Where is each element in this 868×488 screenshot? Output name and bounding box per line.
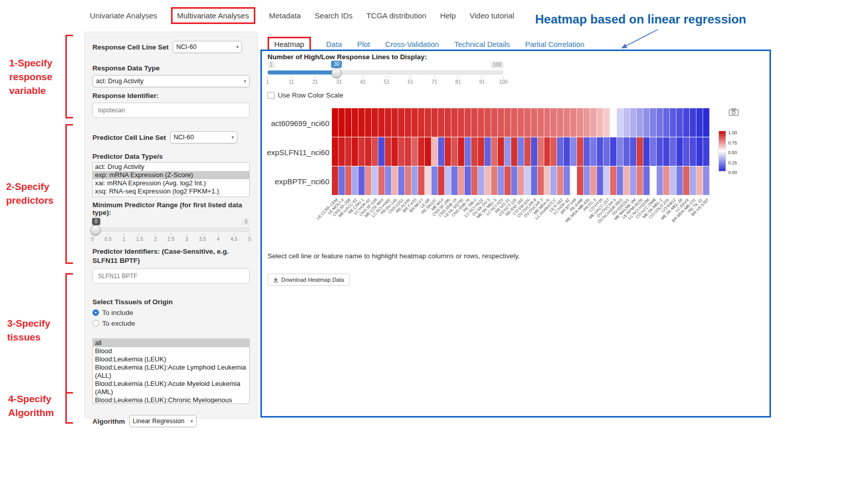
heatmap-cell[interactable]: [617, 166, 623, 195]
heatmap-cell[interactable]: [385, 166, 392, 195]
heatmap-cell[interactable]: [372, 137, 378, 166]
heatmap-cell[interactable]: [550, 108, 557, 137]
heatmap-cell[interactable]: [524, 166, 531, 195]
heatmap-cell[interactable]: [339, 137, 345, 166]
heatmap-cell[interactable]: [610, 108, 617, 137]
use-row-color-scale-checkbox[interactable]: Use Row Color Scale: [268, 91, 343, 99]
heatmap-cell[interactable]: [372, 166, 378, 195]
heatmap-cell[interactable]: [425, 137, 431, 166]
heatmap-cell[interactable]: [504, 166, 511, 195]
heatmap-cell[interactable]: [637, 166, 643, 195]
heatmap-cell[interactable]: [378, 108, 385, 137]
heatmap-cell[interactable]: [405, 108, 412, 137]
radio-to-include[interactable]: To include: [92, 309, 250, 316]
nav-search-ids[interactable]: Search IDs: [315, 11, 352, 20]
heatmap-cell[interactable]: [431, 137, 438, 166]
heatmap-cell[interactable]: [544, 166, 551, 195]
heatmap-cell[interactable]: [617, 108, 623, 137]
heatmap-cell[interactable]: [425, 166, 431, 195]
heatmap-cell[interactable]: [524, 108, 531, 137]
listbox-option[interactable]: Blood:Leukemia (LEUK): [93, 355, 249, 363]
heatmap-cell[interactable]: [637, 137, 643, 166]
heatmap-cell[interactable]: [690, 137, 696, 166]
heatmap-cell[interactable]: [511, 166, 518, 195]
heatmap-cell[interactable]: [657, 108, 663, 137]
heatmap-cell[interactable]: [365, 137, 372, 166]
heatmap-cell[interactable]: [630, 108, 637, 137]
heatmap-cell[interactable]: [498, 108, 504, 137]
heatmap-cell[interactable]: [471, 108, 478, 137]
heatmap-cell[interactable]: [590, 108, 597, 137]
heatmap-cell[interactable]: [617, 137, 623, 166]
heatmap-cell[interactable]: [643, 137, 650, 166]
heatmap-cell[interactable]: [677, 166, 683, 195]
heatmap-cell[interactable]: [358, 108, 365, 137]
predictor-identifiers-input[interactable]: SLFN11 BPTF: [92, 269, 250, 284]
heatmap-cell[interactable]: [345, 137, 352, 166]
heatmap-cell[interactable]: [570, 166, 577, 195]
heatmap-cell[interactable]: [538, 166, 544, 195]
heatmap-cell[interactable]: [418, 166, 425, 195]
listbox-option[interactable]: xsq: RNA-seq Expression (log2 FPKM+1.): [93, 187, 249, 196]
heatmap-cell[interactable]: [491, 166, 498, 195]
heatmap-cell[interactable]: [332, 166, 339, 195]
heatmap-cell[interactable]: [683, 108, 690, 137]
heatmap-cell[interactable]: [478, 166, 485, 195]
camera-icon[interactable]: [729, 108, 739, 116]
heatmap-cell[interactable]: [465, 137, 471, 166]
heatmap-cell[interactable]: [465, 166, 471, 195]
heatmap-cell[interactable]: [412, 137, 418, 166]
tab-technical-details[interactable]: Technical Details: [454, 40, 510, 48]
heatmap-cell[interactable]: [498, 166, 504, 195]
radio-to-exclude[interactable]: To exclude: [92, 320, 250, 327]
heatmap-cell[interactable]: [451, 166, 458, 195]
heatmap-cell[interactable]: [365, 166, 372, 195]
response-cell-line-set-select[interactable]: NCI-60 ▾: [173, 41, 242, 53]
heatmap-cell[interactable]: [564, 108, 570, 137]
heatmap-cell[interactable]: [358, 166, 365, 195]
heatmap-cell[interactable]: [485, 166, 491, 195]
heatmap-cell[interactable]: [657, 137, 663, 166]
heatmap-cell[interactable]: [650, 137, 657, 166]
heatmap-cell[interactable]: [577, 137, 584, 166]
heatmap-cell[interactable]: [339, 166, 345, 195]
heatmap-cell[interactable]: [650, 108, 657, 137]
nav-help[interactable]: Help: [440, 11, 456, 20]
heatmap-cell[interactable]: [491, 108, 498, 137]
heatmap-cell[interactable]: [412, 166, 418, 195]
heatmap-cell[interactable]: [610, 166, 617, 195]
heatmap-cell[interactable]: [550, 166, 557, 195]
listbox-option[interactable]: Blood:Leukemia (LEUK):Acute Myeloid Leuk…: [93, 380, 249, 396]
nav-tcga-distribution[interactable]: TCGA distribution: [366, 11, 426, 20]
response-data-type-select[interactable]: act: Drug Activity ▾: [92, 75, 250, 87]
heatmap-cell[interactable]: [604, 166, 610, 195]
heatmap-cell[interactable]: [590, 166, 597, 195]
heatmap-cell[interactable]: [431, 166, 438, 195]
heatmap-cell[interactable]: [683, 137, 690, 166]
heatmap-cell[interactable]: [398, 108, 405, 137]
nav-multivariate-analyses[interactable]: Multivariate Analyses: [171, 7, 255, 24]
heatmap-cell[interactable]: [584, 166, 590, 195]
heatmap-cell[interactable]: [663, 108, 670, 137]
heatmap-cell[interactable]: [703, 137, 710, 166]
heatmap-cell[interactable]: [577, 108, 584, 137]
heatmap-cell[interactable]: [538, 108, 544, 137]
heatmap-cell[interactable]: [438, 108, 445, 137]
heatmap-cell[interactable]: [378, 137, 385, 166]
heatmap-cell[interactable]: [485, 108, 491, 137]
tab-cross-validation[interactable]: Cross-Validation: [385, 40, 439, 48]
heatmap-cell[interactable]: [557, 137, 564, 166]
heatmap-cell[interactable]: [570, 137, 577, 166]
download-heatmap-data-button[interactable]: Download Heatmap Data: [268, 274, 350, 286]
heatmap-cell[interactable]: [630, 137, 637, 166]
heatmap-cell[interactable]: [378, 166, 385, 195]
heatmap-cell[interactable]: [518, 137, 524, 166]
heatmap-cell[interactable]: [531, 166, 538, 195]
heatmap-cell[interactable]: [504, 108, 511, 137]
heatmap-cell[interactable]: [511, 137, 518, 166]
heatmap-row-label[interactable]: expBPTF_nci60: [255, 177, 329, 186]
heatmap-cell[interactable]: [696, 108, 703, 137]
heatmap-cell[interactable]: [657, 166, 663, 195]
listbox-option-selected[interactable]: exp: mRNA Expression (Z-Score): [93, 171, 249, 179]
heatmap-cell[interactable]: [696, 137, 703, 166]
